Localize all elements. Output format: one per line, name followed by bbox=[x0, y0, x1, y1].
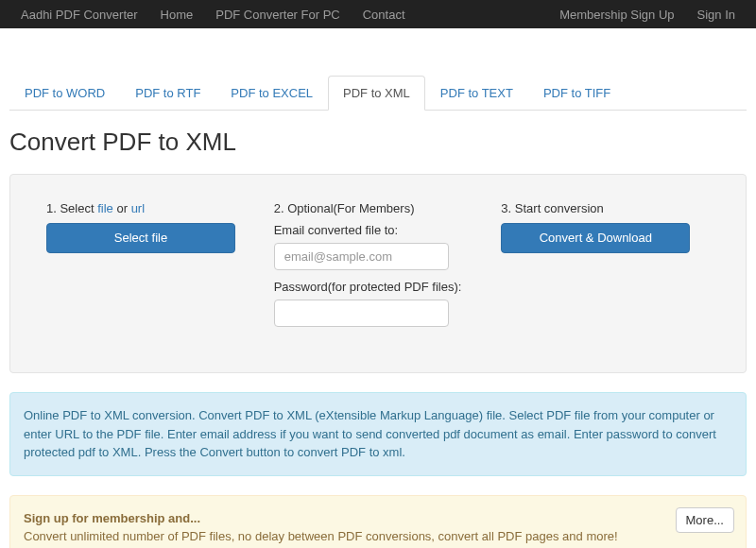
nav-home[interactable]: Home bbox=[149, 8, 205, 22]
converter-well: 1. Select file or url Select file 2. Opt… bbox=[9, 174, 747, 373]
membership-alert-title: Sign up for membership and... bbox=[24, 511, 200, 525]
email-label: Email converted file to: bbox=[274, 223, 483, 237]
select-file-link[interactable]: file bbox=[97, 201, 113, 215]
password-input[interactable] bbox=[274, 300, 449, 327]
nav-signin[interactable]: Sign In bbox=[686, 8, 747, 22]
step-1-or: or bbox=[113, 201, 131, 215]
select-url-link[interactable]: url bbox=[131, 201, 145, 215]
tab-pdf-to-rtf[interactable]: PDF to RTF bbox=[120, 76, 215, 111]
step-2: 2. Optional(For Members) Email converted… bbox=[274, 201, 483, 336]
page-heading: Convert PDF to XML bbox=[9, 128, 747, 157]
more-button[interactable]: More... bbox=[676, 507, 734, 533]
membership-alert: Sign up for membership and... Convert un… bbox=[9, 495, 747, 549]
converter-tabs: PDF to WORD PDF to RTF PDF to EXCEL PDF … bbox=[9, 76, 747, 111]
nav-membership-signup[interactable]: Membership Sign Up bbox=[548, 8, 685, 22]
navbar-right: Membership Sign Up Sign In bbox=[548, 8, 747, 22]
navbar-brand[interactable]: Aadhi PDF Converter bbox=[9, 8, 149, 22]
step-3: 3. Start conversion Convert & Download bbox=[501, 201, 710, 336]
tab-pdf-to-excel[interactable]: PDF to EXCEL bbox=[215, 76, 328, 111]
select-file-button[interactable]: Select file bbox=[46, 223, 235, 253]
tab-pdf-to-text[interactable]: PDF to TEXT bbox=[425, 76, 528, 111]
step-2-label: 2. Optional(For Members) bbox=[274, 201, 483, 215]
nav-contact[interactable]: Contact bbox=[352, 8, 417, 22]
navbar: Aadhi PDF Converter Home PDF Converter F… bbox=[0, 0, 756, 28]
convert-download-button[interactable]: Convert & Download bbox=[501, 223, 690, 253]
tab-pdf-to-tiff[interactable]: PDF to TIFF bbox=[528, 76, 626, 111]
tab-pdf-to-word[interactable]: PDF to WORD bbox=[9, 76, 120, 111]
password-label: Password(for protected PDF files): bbox=[274, 280, 483, 294]
tab-pdf-to-xml[interactable]: PDF to XML bbox=[328, 76, 425, 111]
step-1-label: 1. Select file or url bbox=[46, 201, 255, 215]
info-alert: Online PDF to XML conversion. Convert PD… bbox=[9, 392, 747, 476]
nav-pdf-converter-pc[interactable]: PDF Converter For PC bbox=[204, 8, 351, 22]
step-1: 1. Select file or url Select file bbox=[46, 201, 255, 336]
email-input[interactable] bbox=[274, 243, 449, 270]
navbar-left: Aadhi PDF Converter Home PDF Converter F… bbox=[9, 8, 417, 22]
step-3-label: 3. Start conversion bbox=[501, 201, 710, 215]
step-1-prefix: 1. Select bbox=[46, 201, 97, 215]
membership-alert-text: Convert unlimited number of PDF files, n… bbox=[24, 529, 618, 543]
